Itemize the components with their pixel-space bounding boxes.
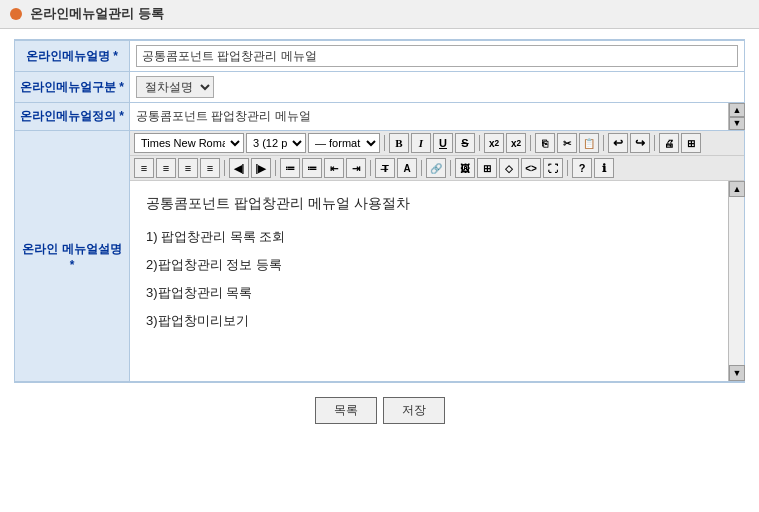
form-outer-border: 온라인메뉴얼명 * 온라인메뉴얼구분 * 절차설명 일반설명 온라인메뉴얼정의 … [14, 39, 745, 383]
type-value-cell: 절차설명 일반설명 [130, 72, 744, 102]
remove-format-button[interactable]: T̶ [375, 158, 395, 178]
italic-button[interactable]: I [411, 133, 431, 153]
sep1 [384, 135, 385, 151]
copy-format-button[interactable]: ⎘ [535, 133, 555, 153]
unordered-list-button[interactable]: ≔ [280, 158, 300, 178]
editor-title: 공통콤포넌트 팝업창관리 메뉴얼 사용절차 [146, 191, 712, 217]
main-content: 온라인메뉴얼명 * 온라인메뉴얼구분 * 절차설명 일반설명 온라인메뉴얼정의 … [0, 29, 759, 448]
save-button[interactable]: 저장 [383, 397, 445, 424]
desc-value-cell: Times New Roman Arial Verdana 3 (12 pt) … [130, 131, 744, 381]
more-button[interactable]: ⊞ [681, 133, 701, 153]
paste-button[interactable]: 📋 [579, 133, 599, 153]
size-select[interactable]: 3 (12 pt) 1 (8 pt) 2 (10 pt) 4 (14 pt) [246, 133, 306, 153]
editor-item-0: 1) 팝업창관리 목록 조회 [146, 225, 712, 249]
page-header: 온라인메뉴얼관리 등록 [0, 0, 759, 29]
insert-table-button[interactable]: ⊞ [477, 158, 497, 178]
font-color-button[interactable]: A [397, 158, 417, 178]
font-select[interactable]: Times New Roman Arial Verdana [134, 133, 244, 153]
strike-button[interactable]: S [455, 133, 475, 153]
sep5 [654, 135, 655, 151]
header-icon [10, 8, 22, 20]
outdent-button[interactable]: ◀| [229, 158, 249, 178]
name-value-cell [130, 41, 744, 71]
defn-text: 공통콤포넌트 팝업창관리 메뉴얼 [136, 108, 311, 125]
format-select[interactable]: — format — Heading 1 Paragraph [308, 133, 380, 153]
insert-image-button[interactable]: 🖼 [455, 158, 475, 178]
sep11 [567, 160, 568, 176]
editor-scroll-down[interactable]: ▼ [729, 365, 745, 381]
source-button[interactable]: <> [521, 158, 541, 178]
editor-scroll-track [729, 197, 744, 365]
fullscreen-button[interactable]: ⛶ [543, 158, 563, 178]
desc-label: 온라인 메뉴얼설명 * [15, 131, 130, 381]
sep3 [530, 135, 531, 151]
editor-scroll-up[interactable]: ▲ [729, 181, 745, 197]
subscript-button[interactable]: x2 [484, 133, 504, 153]
align-left-button[interactable]: ≡ [134, 158, 154, 178]
footer-buttons: 목록 저장 [14, 383, 745, 438]
increase-indent-button[interactable]: ⇥ [346, 158, 366, 178]
indent-button[interactable]: |▶ [251, 158, 271, 178]
underline-button[interactable]: U [433, 133, 453, 153]
type-row: 온라인메뉴얼구분 * 절차설명 일반설명 [15, 72, 744, 103]
editor-content-area[interactable]: 공통콤포넌트 팝업창관리 메뉴얼 사용절차 1) 팝업창관리 목록 조회 2)팝… [130, 181, 728, 381]
sep10 [450, 160, 451, 176]
sep6 [224, 160, 225, 176]
defn-scrollbar: ▲ ▼ [728, 103, 744, 130]
print-button[interactable]: 🖨 [659, 133, 679, 153]
ordered-list-button[interactable]: ≔ [302, 158, 322, 178]
editor-scrollbar-v: ▲ ▼ [728, 181, 744, 381]
align-right-button[interactable]: ≡ [178, 158, 198, 178]
desc-row: 온라인 메뉴얼설명 * Times New Roman Arial Verdan… [15, 131, 744, 382]
editor-item-2: 3)팝업창관리 목록 [146, 281, 712, 305]
sep9 [421, 160, 422, 176]
align-center-button[interactable]: ≡ [156, 158, 176, 178]
decrease-indent-button[interactable]: ⇤ [324, 158, 344, 178]
editor-item-3: 3)팝업창미리보기 [146, 309, 712, 333]
cut-button[interactable]: ✂ [557, 133, 577, 153]
toolbar-row1: Times New Roman Arial Verdana 3 (12 pt) … [130, 131, 744, 156]
editor-item-1: 2)팝업창관리 정보 등록 [146, 253, 712, 277]
sep7 [275, 160, 276, 176]
list-button[interactable]: 목록 [315, 397, 377, 424]
sep4 [603, 135, 604, 151]
name-row: 온라인메뉴얼명 * [15, 40, 744, 72]
type-label: 온라인메뉴얼구분 * [15, 72, 130, 102]
align-justify-button[interactable]: ≡ [200, 158, 220, 178]
insert-link-button[interactable]: 🔗 [426, 158, 446, 178]
scroll-down-btn[interactable]: ▼ [729, 117, 745, 131]
toolbar-row2: ≡ ≡ ≡ ≡ ◀| |▶ ≔ ≔ ⇤ ⇥ T̶ A 🔗 [130, 156, 744, 181]
defn-label: 온라인메뉴얼정의 * [15, 103, 130, 130]
help-button[interactable]: ? [572, 158, 592, 178]
sep8 [370, 160, 371, 176]
superscript-button[interactable]: x2 [506, 133, 526, 153]
defn-value-cell: 공통콤포넌트 팝업창관리 메뉴얼 ▲ ▼ [130, 103, 744, 130]
sep2 [479, 135, 480, 151]
bold-button[interactable]: B [389, 133, 409, 153]
scroll-up-btn[interactable]: ▲ [729, 103, 745, 117]
defn-row: 온라인메뉴얼정의 * 공통콤포넌트 팝업창관리 메뉴얼 ▲ ▼ [15, 103, 744, 131]
undo-button[interactable]: ↩ [608, 133, 628, 153]
info-button[interactable]: ℹ [594, 158, 614, 178]
page-title: 온라인메뉴얼관리 등록 [30, 5, 164, 23]
name-input[interactable] [136, 45, 738, 67]
redo-button[interactable]: ↪ [630, 133, 650, 153]
editor-body: 공통콤포넌트 팝업창관리 메뉴얼 사용절차 1) 팝업창관리 목록 조회 2)팝… [130, 181, 744, 381]
name-label: 온라인메뉴얼명 * [15, 41, 130, 71]
insert-special-button[interactable]: ◇ [499, 158, 519, 178]
type-select[interactable]: 절차설명 일반설명 [136, 76, 214, 98]
